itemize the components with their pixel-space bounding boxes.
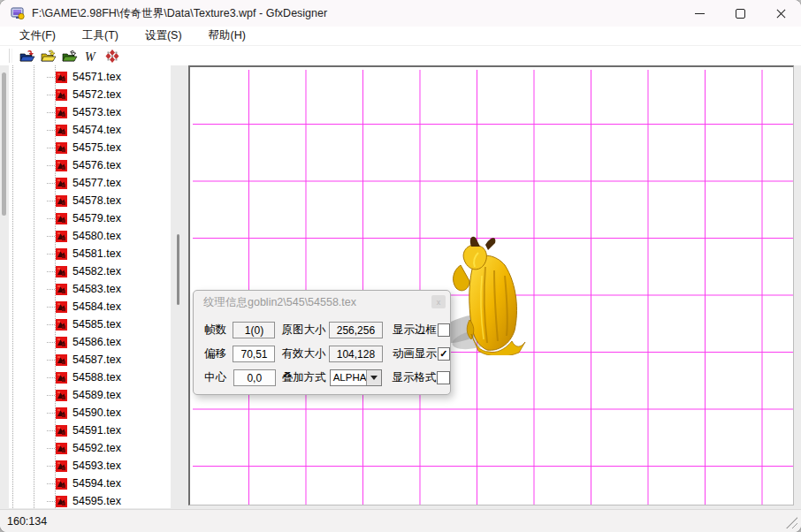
tree-item[interactable]: 54573.tex	[9, 103, 171, 121]
pane-scrollbar-thumb[interactable]	[177, 234, 179, 305]
texture-file-icon	[56, 301, 67, 313]
tree-vertical-scrollbar[interactable]	[0, 65, 9, 509]
texture-tree-pane: 54571.tex 54572.tex	[9, 65, 171, 508]
tree-item-label: 54593.tex	[72, 460, 121, 472]
tree-connector	[47, 307, 55, 308]
blend-mode-select[interactable]: ALPHA	[330, 369, 383, 386]
texture-file-icon	[56, 142, 67, 154]
tree-item-label: 54589.tex	[72, 389, 121, 401]
title-bar[interactable]: F:\GAME\2.98FH\传奇世界\Data\Texture3.wpf - …	[0, 0, 801, 27]
tree-connector	[47, 112, 55, 113]
animation-display-checkbox[interactable]: ✓	[438, 347, 450, 361]
show-border-checkbox[interactable]	[438, 323, 450, 337]
tree-item[interactable]: 54593.tex	[9, 457, 171, 475]
tree-connector	[47, 413, 55, 414]
tree-connector	[47, 77, 55, 78]
tree-item[interactable]: 54586.tex	[9, 333, 171, 351]
tree-item[interactable]: 54577.tex	[9, 174, 171, 192]
tree-item[interactable]: 54571.tex	[9, 68, 171, 86]
tree-item[interactable]: 54579.tex	[9, 209, 171, 227]
tree-item[interactable]: 54575.tex	[9, 139, 171, 156]
svg-text:W: W	[85, 49, 96, 63]
app-icon	[11, 6, 25, 20]
tree-connector	[47, 395, 55, 396]
minimize-icon	[695, 13, 705, 14]
tree-connector	[47, 236, 55, 237]
tree-item-label: 54585.tex	[72, 318, 121, 331]
red-texture-pack-icon	[104, 49, 120, 64]
blend-mode-label: 叠加方式	[282, 370, 330, 385]
offset-field[interactable]	[233, 346, 275, 362]
texture-info-panel[interactable]: 纹理信息goblin2\545\54558.tex x 帧数 原图大小 显示边框…	[193, 290, 451, 395]
open-blue-folder-button[interactable]	[18, 47, 37, 65]
close-icon	[776, 9, 786, 19]
tree-item-label: 54595.tex	[72, 495, 121, 507]
tree-item[interactable]: 54580.tex	[9, 227, 171, 245]
texture-file-icon	[56, 354, 67, 366]
tree-item[interactable]: 54574.tex	[9, 121, 171, 139]
tree-item[interactable]: 54589.tex	[9, 386, 171, 404]
show-border-label: 显示边框	[393, 323, 438, 338]
w-icon: W	[83, 49, 99, 64]
open-yellow-folder-button[interactable]	[39, 47, 58, 65]
tree-item[interactable]: 54592.tex	[9, 439, 171, 457]
menu-file[interactable]: 文件(F)	[11, 27, 65, 46]
tree-item[interactable]: 54576.tex	[9, 156, 171, 174]
texture-file-icon	[56, 443, 67, 454]
tree-connector	[47, 218, 55, 219]
minimize-button[interactable]	[679, 0, 720, 27]
texture-file-icon	[56, 231, 67, 242]
tree-item[interactable]: 54585.tex	[9, 315, 171, 333]
info-panel-close-button[interactable]: x	[431, 295, 446, 308]
menu-tools[interactable]: 工具(T)	[73, 27, 127, 46]
tree-connector	[47, 342, 55, 343]
effective-size-field[interactable]	[329, 346, 383, 362]
menu-settings[interactable]: 设置(S)	[136, 27, 191, 46]
texture-file-icon	[56, 496, 67, 507]
original-size-label: 原图大小	[281, 323, 328, 338]
texture-file-icon	[56, 125, 67, 136]
texture-file-icon	[56, 160, 67, 171]
texture-sprite-goblin	[439, 235, 531, 355]
tree-item-label: 54576.tex	[72, 159, 121, 171]
maximize-button[interactable]	[720, 0, 760, 27]
combo-dropdown-button[interactable]	[366, 370, 381, 385]
tree-item[interactable]: 54578.tex	[9, 192, 171, 209]
tree-item[interactable]: 54588.tex	[9, 369, 171, 386]
open-green-folder-button[interactable]	[60, 47, 80, 65]
tree-item-label: 54584.tex	[72, 300, 121, 313]
original-size-field[interactable]	[329, 322, 383, 338]
tree-item-label: 54573.tex	[72, 106, 121, 118]
tree-item[interactable]: 54594.tex	[9, 475, 171, 492]
tree-item-label: 54579.tex	[72, 212, 121, 224]
tree-item[interactable]: 54572.tex	[9, 86, 171, 103]
tree-item[interactable]: 54584.tex	[9, 298, 171, 315]
status-bar: 160:134	[0, 509, 801, 532]
texture-file-icon	[56, 266, 67, 277]
tree-item-label: 54590.tex	[72, 407, 121, 419]
tree-connector	[47, 289, 55, 290]
tree-item[interactable]: 54583.tex	[9, 280, 171, 298]
tree-connector	[47, 501, 55, 502]
show-format-checkbox[interactable]	[437, 371, 450, 384]
texture-file-icon	[56, 195, 67, 207]
red-texture-pack-button[interactable]	[103, 47, 122, 65]
tree-item[interactable]: 54581.tex	[9, 245, 171, 262]
tree-connector	[47, 148, 55, 148]
texture-file-icon	[56, 407, 67, 419]
tree-item[interactable]: 54587.tex	[9, 351, 171, 369]
frames-field[interactable]	[233, 322, 275, 338]
tree-item[interactable]: 54595.tex	[9, 492, 171, 508]
w-tool-button[interactable]: W	[81, 47, 101, 65]
tree-item-label: 54571.tex	[72, 71, 121, 83]
frames-label: 帧数	[204, 323, 233, 338]
menu-help[interactable]: 帮助(H)	[200, 27, 255, 46]
close-button[interactable]	[760, 0, 801, 27]
tree-item[interactable]: 54591.tex	[9, 422, 171, 439]
texture-file-icon	[56, 319, 67, 331]
tree-scrollbar-thumb[interactable]	[2, 72, 6, 216]
tree-item[interactable]: 54590.tex	[9, 404, 171, 422]
center-field[interactable]	[233, 369, 276, 386]
tree-connector	[47, 254, 55, 255]
tree-item[interactable]: 54582.tex	[9, 262, 171, 280]
